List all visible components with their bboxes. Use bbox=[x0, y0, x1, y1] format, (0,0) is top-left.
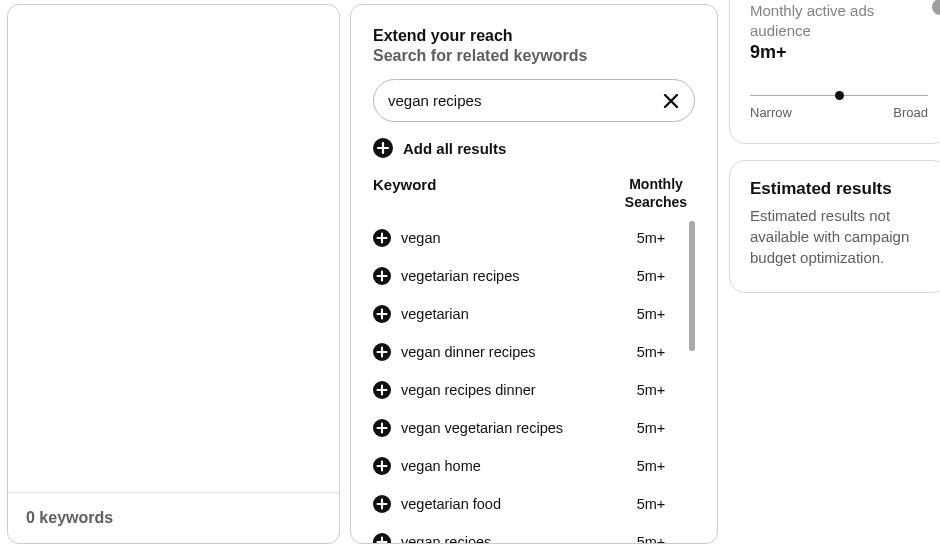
estimated-results-body: Estimated results not available with cam… bbox=[750, 205, 928, 268]
keyword-searches: 5m+ bbox=[621, 268, 681, 284]
keyword-label: vegan recioes bbox=[391, 533, 621, 543]
keyword-row: vegan dinner recipes 5m+ bbox=[373, 333, 681, 371]
keyword-row: vegetarian 5m+ bbox=[373, 295, 681, 333]
keyword-searches: 5m+ bbox=[621, 534, 681, 543]
audience-card: Monthly active ads audience 9m+ Narrow B… bbox=[729, 0, 940, 144]
add-keyword-icon[interactable] bbox=[373, 267, 391, 285]
keyword-row: vegetarian food 5m+ bbox=[373, 485, 681, 523]
keyword-search-panel: Extend your reach Search for related key… bbox=[350, 4, 718, 544]
th-monthly-searches: Monthly Searches bbox=[617, 176, 695, 211]
keyword-rows-scroll[interactable]: vegan 5m+ vegetarian recipes 5m+ vegetar… bbox=[373, 219, 695, 543]
selected-keywords-empty bbox=[8, 5, 339, 493]
keyword-searches: 5m+ bbox=[621, 382, 681, 398]
panel-title: Extend your reach bbox=[373, 27, 695, 45]
slider-handle[interactable] bbox=[835, 91, 844, 100]
keyword-search-input[interactable] bbox=[373, 79, 695, 122]
estimated-results-card: Estimated results Estimated results not … bbox=[729, 160, 940, 293]
add-keyword-icon[interactable] bbox=[373, 381, 391, 399]
add-all-label: Add all results bbox=[403, 140, 506, 157]
keyword-label: vegan recipes dinner bbox=[391, 381, 621, 399]
keyword-searches: 5m+ bbox=[621, 306, 681, 322]
keyword-row: vegan home 5m+ bbox=[373, 447, 681, 485]
keyword-searches: 5m+ bbox=[621, 420, 681, 436]
add-keyword-icon[interactable] bbox=[373, 533, 391, 543]
audience-value: 9m+ bbox=[750, 42, 928, 63]
add-all-results-button[interactable]: Add all results bbox=[373, 138, 695, 158]
keyword-row: vegan 5m+ bbox=[373, 219, 681, 257]
keyword-label: vegan dinner recipes bbox=[391, 343, 621, 361]
keyword-rows-container: vegan 5m+ vegetarian recipes 5m+ vegetar… bbox=[373, 219, 695, 543]
keyword-label: vegan vegetarian recipes bbox=[391, 419, 621, 437]
add-keyword-icon[interactable] bbox=[373, 343, 391, 361]
info-icon[interactable] bbox=[932, 0, 940, 15]
keyword-count: 0 keywords bbox=[8, 493, 339, 543]
keyword-searches: 5m+ bbox=[621, 496, 681, 512]
keyword-label: vegetarian food bbox=[391, 495, 621, 513]
th-keyword: Keyword bbox=[373, 176, 617, 211]
clear-search-button[interactable] bbox=[655, 85, 687, 117]
keyword-row: vegan vegetarian recipes 5m+ bbox=[373, 409, 681, 447]
keyword-row: vegan recioes 5m+ bbox=[373, 523, 681, 543]
keyword-label: vegan bbox=[391, 229, 621, 247]
estimated-results-title: Estimated results bbox=[750, 179, 928, 199]
panel-subtitle: Search for related keywords bbox=[373, 47, 695, 65]
keyword-label: vegetarian bbox=[391, 305, 621, 323]
selected-keywords-panel: 0 keywords bbox=[7, 4, 340, 544]
add-keyword-icon[interactable] bbox=[373, 305, 391, 323]
keyword-row: vegan recipes dinner 5m+ bbox=[373, 371, 681, 409]
plus-circle-icon bbox=[373, 138, 393, 158]
keyword-label: vegetarian recipes bbox=[391, 267, 621, 285]
close-icon bbox=[663, 93, 679, 109]
add-keyword-icon[interactable] bbox=[373, 419, 391, 437]
keyword-searches: 5m+ bbox=[621, 458, 681, 474]
audience-slider[interactable]: Narrow Broad bbox=[750, 91, 928, 119]
audience-label: Monthly active ads audience bbox=[750, 1, 928, 40]
search-wrap bbox=[373, 79, 695, 122]
keyword-searches: 5m+ bbox=[621, 344, 681, 360]
right-sidebar: Monthly active ads audience 9m+ Narrow B… bbox=[729, 0, 940, 309]
slider-max-label: Broad bbox=[893, 105, 928, 120]
add-keyword-icon[interactable] bbox=[373, 495, 391, 513]
keyword-searches: 5m+ bbox=[621, 230, 681, 246]
add-keyword-icon[interactable] bbox=[373, 229, 391, 247]
slider-min-label: Narrow bbox=[750, 105, 792, 120]
keyword-row: vegetarian recipes 5m+ bbox=[373, 257, 681, 295]
keyword-label: vegan home bbox=[391, 457, 621, 475]
scrollbar-thumb[interactable] bbox=[689, 221, 695, 351]
slider-labels: Narrow Broad bbox=[750, 105, 928, 120]
keyword-table-header: Keyword Monthly Searches bbox=[373, 176, 695, 211]
add-keyword-icon[interactable] bbox=[373, 457, 391, 475]
